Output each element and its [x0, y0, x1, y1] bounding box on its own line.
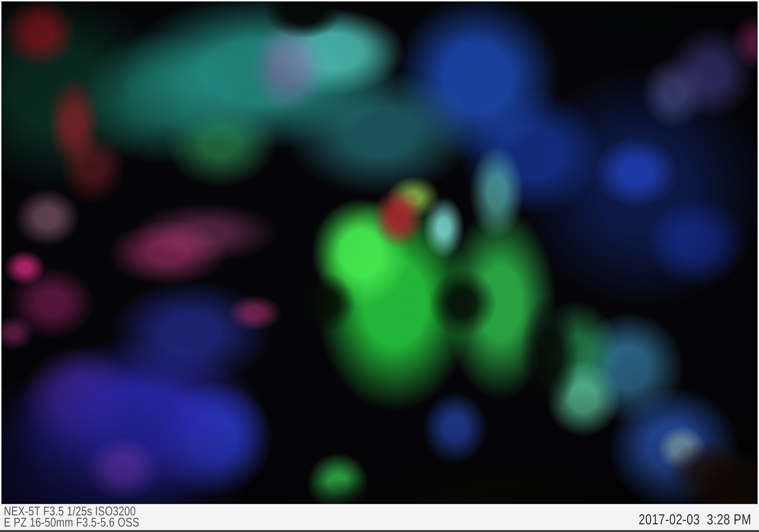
- exif-lens: E PZ 16-50mm F3.5-5.6 OSS: [4, 515, 139, 529]
- cave-photo: [1, 1, 758, 504]
- exif-camera-info: NEX-5T F3.5 1/25s ISO3200 E PZ 16-50mm F…: [4, 506, 139, 528]
- photo-frame: NEX-5T F3.5 1/25s ISO3200 E PZ 16-50mm F…: [0, 0, 759, 532]
- exif-timestamp: 2017-02-03 3:28 PM: [639, 512, 751, 527]
- exif-band: NEX-5T F3.5 1/25s ISO3200 E PZ 16-50mm F…: [1, 504, 758, 530]
- frame-bottom-strip: [0, 530, 759, 532]
